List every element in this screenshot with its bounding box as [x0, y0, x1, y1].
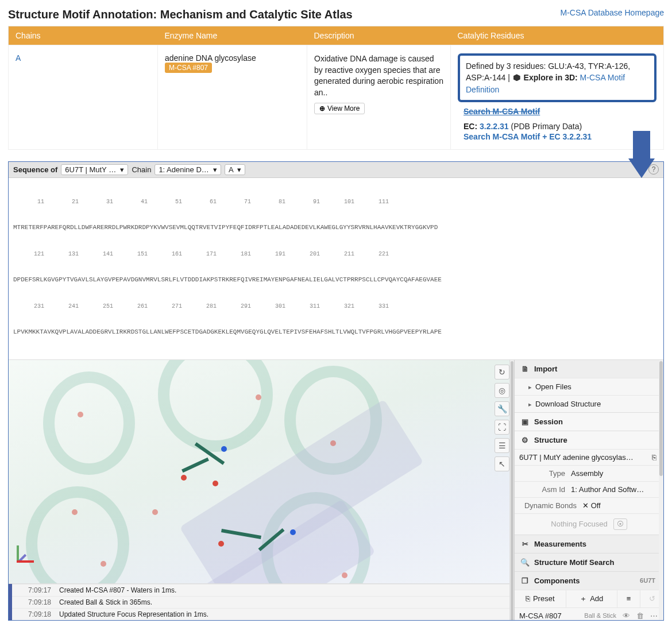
enzyme-name: adenine DNA glycosylase — [165, 53, 256, 63]
cube-icon: ❒ — [520, 576, 530, 585]
chain-link[interactable]: A — [16, 53, 21, 63]
session-icon: ▣ — [520, 417, 530, 426]
sliders-icon[interactable]: ☰ — [495, 438, 509, 453]
preset-button[interactable]: ⎘Preset — [515, 590, 566, 607]
type-select[interactable]: Assembly — [571, 469, 603, 478]
session-header[interactable]: ▣Session — [515, 413, 663, 431]
eye-icon[interactable]: 👁 — [621, 611, 631, 620]
table-row: A adenine DNA glycosylase M-CSA #807 Oxi… — [9, 45, 664, 150]
fullscreen-icon[interactable]: ⛶ — [495, 420, 509, 435]
outer-scrollbar[interactable] — [509, 360, 514, 620]
file-icon: 🗎 — [520, 365, 530, 373]
search-motif-link[interactable]: Search M-CSA Motif — [464, 107, 656, 116]
cube-icon — [513, 74, 520, 81]
col-chains: Chains — [9, 26, 158, 45]
sidebar: 🗎Import Open Files Download Structure ▣S… — [514, 360, 663, 620]
structure-header[interactable]: ⚙Structure — [515, 431, 663, 449]
axis-gizmo — [17, 543, 36, 563]
sliders-icon: ≡ — [627, 594, 631, 603]
plus-icon: ⊕ — [319, 104, 325, 113]
annotation-arrow — [628, 131, 655, 178]
description-text: Oxidative DNA damage is caused by reacti… — [314, 53, 443, 98]
annotation-table: Chains Enzyme Name Description Catalytic… — [8, 26, 664, 150]
col-residues: Catalytic Residues — [451, 26, 664, 45]
log-panel: 7:09:17Created M-CSA #807 - Waters in 1m… — [9, 583, 514, 620]
download-structure-item[interactable]: Download Structure — [515, 395, 663, 412]
component-row[interactable]: M-CSA #807Ball & Stick 👁 🗑 ⋯ — [515, 607, 663, 620]
chain-label: Chain — [132, 165, 151, 174]
chain-select[interactable]: A ▾ — [225, 164, 245, 175]
entity-select[interactable]: 1: Adenine D… ▾ — [155, 164, 221, 175]
page-title: Structure Motif Annotation: Mechanism an… — [8, 8, 353, 21]
sidebar-scrollbar[interactable] — [659, 360, 663, 620]
ruler-icon: ✂ — [520, 540, 530, 548]
ec-label: EC: — [464, 122, 480, 131]
col-enzyme: Enzyme Name — [158, 26, 307, 45]
canvas-toolbar: ↻ ◎ 🔧 ⛶ ☰ ↖ — [495, 365, 509, 471]
homepage-link[interactable]: M-CSA Database Homepage — [560, 8, 664, 17]
ec-link[interactable]: 3.2.2.31 — [480, 122, 509, 131]
options-button[interactable]: ≡ — [617, 590, 640, 607]
cursor-icon[interactable]: ↖ — [495, 456, 509, 471]
target-icon[interactable]: ◎ — [495, 383, 509, 398]
reset-icon[interactable]: ↻ — [495, 365, 509, 380]
structure-select[interactable]: 6U7T | MutY … ▾ — [61, 164, 128, 175]
settings-icon[interactable]: 🔧 — [495, 401, 509, 416]
open-files-item[interactable]: Open Files — [515, 378, 663, 395]
history-icon: ↺ — [649, 594, 655, 603]
explore-3d-label: Explore in 3D — [524, 73, 575, 82]
sequence-panel[interactable]: 11 21 31 41 51 61 71 81 91 101 111 MTRET… — [9, 178, 663, 360]
search-motif-ec-link[interactable]: Search M-CSA Motif + EC 3.2.2.31 — [464, 132, 656, 141]
view-more-button[interactable]: ⊕ View More — [314, 103, 365, 114]
asm-select[interactable]: 1: Author And Softw… — [571, 485, 644, 494]
mcsa-badge[interactable]: M-CSA #807 — [165, 63, 212, 73]
search-icon: 🔍 — [520, 558, 530, 567]
molstar-viewer: Sequence of 6U7T | MutY … ▾ Chain 1: Ade… — [8, 161, 664, 621]
bookmark-icon: ⎘ — [526, 594, 530, 603]
nothing-focused: Nothing Focused — [551, 520, 607, 528]
bonds-toggle[interactable]: ✕ Off — [582, 501, 601, 510]
measurements-header[interactable]: ✂Measurements — [515, 535, 663, 553]
add-button[interactable]: ＋Add — [566, 590, 618, 607]
bookmark-icon[interactable]: ⎘ — [650, 453, 659, 462]
structure-name-row[interactable]: 6U7T | MutY adenine glycosylas… ⎘ — [515, 449, 663, 465]
components-header[interactable]: ❒ Components 6U7T — [515, 572, 663, 590]
col-description: Description — [307, 26, 451, 45]
import-header[interactable]: 🗎Import — [515, 360, 663, 378]
focus-target-icon[interactable]: ⦿ — [613, 518, 627, 530]
ec-source: (PDB Primary Data) — [511, 122, 582, 131]
motif-search-header[interactable]: 🔍Structure Motif Search — [515, 553, 663, 571]
residues-highlight: Defined by 3 residues: GLU:A-43, TYR:A-1… — [458, 53, 656, 102]
gear-icon: ⚙ — [520, 436, 530, 444]
3d-canvas[interactable]: ↻ ◎ 🔧 ⛶ ☰ ↖ 7:09:17Created M-CSA #807 - … — [9, 360, 514, 620]
plus-icon: ＋ — [580, 594, 587, 604]
more-icon[interactable]: ⋯ — [648, 611, 659, 620]
trash-icon[interactable]: 🗑 — [635, 611, 645, 620]
seq-label: Sequence of — [13, 165, 57, 174]
sequence-toolbar: Sequence of 6U7T | MutY … ▾ Chain 1: Ade… — [9, 162, 663, 178]
